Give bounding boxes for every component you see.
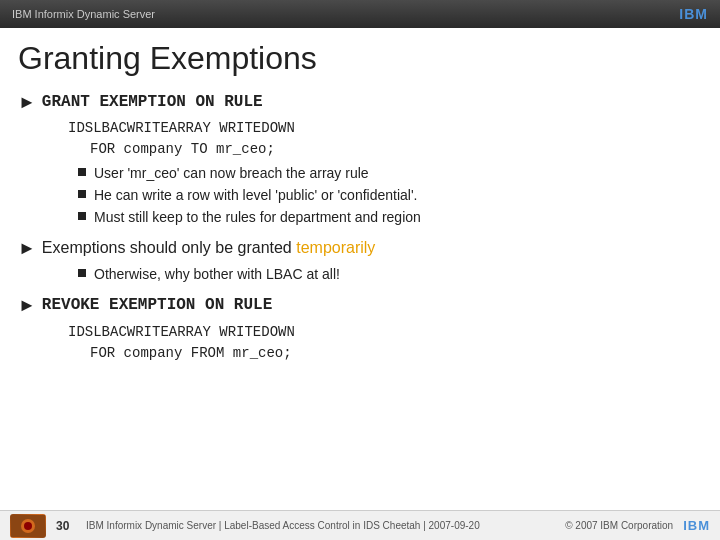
svg-point-2 bbox=[24, 522, 32, 530]
main-content: Granting Exemptions ► GRANT EXEMPTION ON… bbox=[0, 28, 720, 510]
exemptions-heading-row: ► Exemptions should only be granted temp… bbox=[18, 237, 702, 260]
bullet-square-1 bbox=[78, 168, 86, 176]
grant-heading-text: GRANT EXEMPTION ON RULE bbox=[42, 91, 263, 113]
bullet-square-3 bbox=[78, 212, 86, 220]
exemptions-plain: Exemptions should only be granted bbox=[42, 239, 296, 256]
bullet-item-4: Otherwise, why bother with LBAC at all! bbox=[78, 265, 702, 285]
bullet-item-3: Must still keep to the rules for departm… bbox=[78, 208, 702, 228]
temporarily-text: temporarily bbox=[296, 239, 375, 256]
bullet-item-2: He can write a row with level 'public' o… bbox=[78, 186, 702, 206]
bullet-square-4 bbox=[78, 269, 86, 277]
grant-bullet-list: User 'mr_ceo' can now breach the array r… bbox=[78, 164, 702, 227]
revoke-heading-row: ► REVOKE EXEMPTION ON RULE bbox=[18, 294, 702, 317]
footer-copyright: © 2007 IBM Corporation bbox=[565, 520, 673, 531]
footer-logo-box bbox=[10, 514, 46, 538]
grant-code2: FOR company TO mr_ceo; bbox=[90, 139, 702, 160]
footer-text: IBM Informix Dynamic Server | Label-Base… bbox=[86, 520, 555, 531]
header-title: IBM Informix Dynamic Server bbox=[12, 8, 155, 20]
revoke-heading-text: REVOKE EXEMPTION ON RULE bbox=[42, 294, 272, 316]
exemptions-bullet-list: Otherwise, why bother with LBAC at all! bbox=[78, 265, 702, 285]
bullet-text-2: He can write a row with level 'public' o… bbox=[94, 186, 418, 206]
bullet-text-3: Must still keep to the rules for departm… bbox=[94, 208, 421, 228]
arrow-icon-1: ► bbox=[18, 91, 36, 114]
section-revoke: ► REVOKE EXEMPTION ON RULE IDSLBACWRITEA… bbox=[18, 294, 702, 363]
page-title: Granting Exemptions bbox=[18, 40, 702, 77]
revoke-code1: IDSLBACWRITEARRAY WRITEDOWN bbox=[68, 322, 702, 343]
exemptions-heading-text: Exemptions should only be granted tempor… bbox=[42, 237, 376, 259]
footer-logo-image bbox=[11, 515, 45, 537]
bullet-text-1: User 'mr_ceo' can now breach the array r… bbox=[94, 164, 369, 184]
ibm-logo-footer: IBM bbox=[683, 518, 710, 533]
revoke-code2: FOR company FROM mr_ceo; bbox=[90, 343, 702, 364]
arrow-icon-2: ► bbox=[18, 237, 36, 260]
grant-code1: IDSLBACWRITEARRAY WRITEDOWN bbox=[68, 118, 702, 139]
arrow-icon-3: ► bbox=[18, 294, 36, 317]
grant-heading-row: ► GRANT EXEMPTION ON RULE bbox=[18, 91, 702, 114]
bullet-square-2 bbox=[78, 190, 86, 198]
bullet-item-1: User 'mr_ceo' can now breach the array r… bbox=[78, 164, 702, 184]
footer-bar: 30 IBM Informix Dynamic Server | Label-B… bbox=[0, 510, 720, 540]
ibm-logo-header: IBM bbox=[679, 6, 708, 22]
section-grant: ► GRANT EXEMPTION ON RULE IDSLBACWRITEAR… bbox=[18, 91, 702, 227]
footer-page-number: 30 bbox=[56, 519, 76, 533]
bullet-text-4: Otherwise, why bother with LBAC at all! bbox=[94, 265, 340, 285]
section-exemptions: ► Exemptions should only be granted temp… bbox=[18, 237, 702, 284]
header-bar: IBM Informix Dynamic Server IBM bbox=[0, 0, 720, 28]
